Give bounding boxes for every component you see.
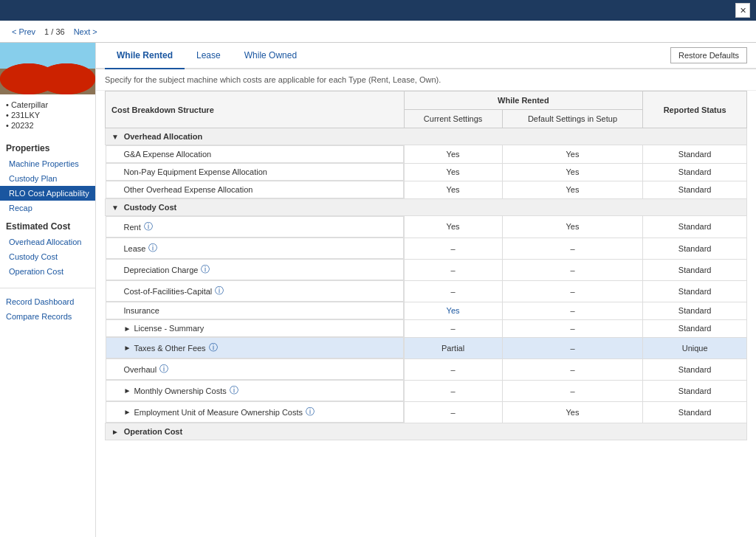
row-name: Taxes & Other Fees (134, 344, 205, 353)
default-setting-cell: – (502, 302, 643, 319)
current-setting-cell: – (404, 319, 502, 337)
table-row: Lease ⓘ––Standard (106, 238, 747, 259)
current-setting-cell: – (404, 238, 502, 259)
main-layout: Caterpillar 231LKY 20232 Properties Mach… (0, 43, 756, 537)
row-name: Rent (124, 223, 141, 232)
next-button[interactable]: Next > (71, 26, 100, 38)
current-setting-cell: Yes (404, 216, 502, 238)
estimated-cost-section-title: Estimated Cost (0, 215, 95, 235)
status-cell: Standard (643, 302, 747, 319)
status-cell: Standard (643, 358, 747, 380)
sidebar-est-item-overhead-allocation[interactable]: Overhead Allocation (0, 235, 95, 249)
description-text: Specify for the subject machine which co… (96, 69, 756, 91)
sidebar-properties: Machine PropertiesCustody PlanRLO Cost A… (0, 156, 95, 215)
group-row: ► Operation Cost (106, 423, 747, 440)
info-icon[interactable]: ⓘ (144, 221, 153, 233)
machine-id: 20232 (6, 121, 89, 130)
sidebar-item-machine-properties[interactable]: Machine Properties (0, 156, 95, 171)
status-cell: Standard (643, 145, 747, 164)
table-row: Depreciation Charge ⓘ––Standard (106, 259, 747, 280)
tab-while-owned[interactable]: While Owned (233, 43, 309, 69)
default-setting-cell: Yes (502, 401, 643, 423)
table-row: G&A Expense AllocationYesYesStandard (106, 145, 747, 164)
row-name: Depreciation Charge (124, 266, 199, 274)
row-name: Cost-of-Facilities-Capital (124, 287, 213, 296)
row-expand-icon[interactable]: ► (124, 387, 131, 395)
subheader-default-settings: Default Settings in Setup (502, 110, 643, 128)
table-row: Other Overhead Expense AllocationYesYesS… (106, 181, 747, 199)
table-row: ► Taxes & Other Fees ⓘPartial–Unique (106, 337, 747, 358)
close-button[interactable]: ✕ (735, 3, 750, 18)
info-icon[interactable]: ⓘ (209, 342, 218, 354)
sidebar-item-custody-plan[interactable]: Custody Plan (0, 171, 95, 186)
default-setting-cell: – (502, 358, 643, 380)
cost-table: Cost Breakdown Structure While Rented Re… (105, 91, 747, 440)
info-icon[interactable]: ⓘ (159, 363, 168, 375)
collapse-icon[interactable]: ▼ (111, 204, 121, 212)
info-icon[interactable]: ⓘ (230, 384, 238, 397)
collapse-icon[interactable]: ▼ (111, 133, 121, 141)
row-name: Insurance (124, 306, 159, 315)
sidebar-item-rlo-cost-applicability[interactable]: RLO Cost Applicability (0, 186, 95, 201)
default-setting-cell: – (502, 337, 643, 358)
current-setting-cell: Yes (404, 302, 502, 319)
default-setting-cell: Yes (502, 163, 643, 181)
current-setting-cell: Yes (404, 163, 502, 181)
default-setting-cell: – (502, 238, 643, 259)
info-icon[interactable]: ⓘ (215, 285, 224, 297)
sidebar-est-item-custody-cost[interactable]: Custody Cost (0, 249, 95, 264)
default-setting-cell: Yes (502, 145, 643, 164)
table-row: ► License - Summary––Standard (106, 319, 747, 337)
sidebar-estimated-cost: Overhead AllocationCustody CostOperation… (0, 235, 95, 279)
prev-button[interactable]: < Prev (9, 26, 38, 38)
current-setting-cell: Partial (404, 337, 502, 358)
tab-lease[interactable]: Lease (185, 43, 233, 69)
status-cell: Standard (643, 259, 747, 280)
current-setting-cell: – (404, 380, 502, 401)
expand-icon[interactable]: ► (111, 428, 121, 436)
default-setting-cell: – (502, 280, 643, 302)
status-cell: Standard (643, 238, 747, 259)
row-name: Overhaul (124, 365, 157, 374)
sidebar: Caterpillar 231LKY 20232 Properties Mach… (0, 43, 96, 537)
current-setting-cell: – (404, 280, 502, 302)
group-label: Operation Cost (124, 427, 182, 436)
compare-records-link[interactable]: Compare Records (0, 309, 95, 324)
current-setting-cell: – (404, 401, 502, 423)
row-name: Non-Pay Equipment Expense Allocation (124, 167, 267, 176)
sidebar-item-recap[interactable]: Recap (0, 201, 95, 215)
row-expand-icon[interactable]: ► (124, 408, 131, 416)
status-cell: Standard (643, 280, 747, 302)
tab-while-rented[interactable]: While Rented (105, 43, 185, 69)
restore-defaults-button[interactable]: Restore Defaults (670, 47, 747, 63)
info-icon[interactable]: ⓘ (306, 406, 315, 418)
row-name: G&A Expense Allocation (124, 150, 212, 159)
group-label: Overhead Allocation (124, 132, 203, 141)
info-icon[interactable]: ⓘ (201, 263, 210, 276)
status-cell: Standard (643, 216, 747, 238)
subheader-current-settings: Current Settings (404, 110, 502, 128)
row-expand-icon[interactable]: ► (124, 325, 131, 333)
row-name: Lease (124, 244, 146, 253)
status-cell: Unique (643, 337, 747, 358)
machine-image (0, 43, 95, 94)
properties-section-title: Properties (0, 137, 95, 156)
sidebar-est-item-operation-cost[interactable]: Operation Cost (0, 264, 95, 279)
current-setting-link[interactable]: Yes (447, 306, 460, 315)
info-icon[interactable]: ⓘ (148, 242, 157, 254)
current-setting-cell: Yes (404, 181, 502, 199)
machine-model: 231LKY (6, 111, 89, 119)
current-setting-cell: Yes (404, 145, 502, 164)
row-expand-icon[interactable]: ► (124, 344, 131, 352)
nav-count: 1 / 36 (44, 27, 65, 36)
table-row: InsuranceYes–Standard (106, 302, 747, 319)
group-row: ▼ Overhead Allocation (106, 128, 747, 145)
status-cell: Standard (643, 380, 747, 401)
status-cell: Standard (643, 181, 747, 199)
row-name: Other Overhead Expense Allocation (124, 185, 253, 194)
machine-info: Caterpillar 231LKY 20232 (0, 94, 95, 137)
group-label: Custody Cost (124, 203, 177, 212)
record-dashboard-link[interactable]: Record Dashboard (0, 294, 95, 309)
nav-bar: < Prev 1 / 36 Next > (0, 21, 756, 43)
content-area: While RentedLeaseWhile Owned Restore Def… (96, 43, 756, 537)
